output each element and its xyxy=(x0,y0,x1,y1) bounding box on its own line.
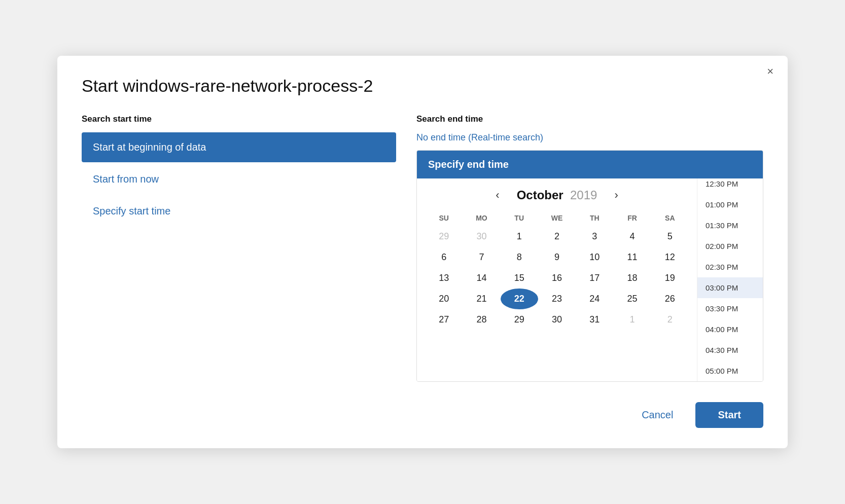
cal-header-tu: TU xyxy=(501,212,538,226)
calendar-day[interactable]: 7 xyxy=(463,247,500,268)
time-item[interactable]: 04:30 PM xyxy=(697,340,763,361)
calendar-day[interactable]: 5 xyxy=(651,226,689,247)
close-button[interactable]: × xyxy=(767,66,773,77)
search-end-label: Search end time xyxy=(416,114,763,124)
cal-header-mo: MO xyxy=(463,212,500,226)
time-list: 12:30 PM01:00 PM01:30 PM02:00 PM02:30 PM… xyxy=(697,178,763,381)
calendar-box: Specify end time ‹ October 2019 › xyxy=(416,150,763,382)
calendar-nav: ‹ October 2019 › xyxy=(425,187,689,204)
next-month-button[interactable]: › xyxy=(609,187,623,204)
calendar-day[interactable]: 3 xyxy=(576,226,613,247)
calendar-day[interactable]: 25 xyxy=(613,289,651,309)
time-item[interactable]: 05:00 PM xyxy=(697,361,763,381)
start-options: Start at beginning of dataStart from now… xyxy=(82,132,396,226)
no-end-time-option[interactable]: No end time (Real-time search) xyxy=(416,132,543,143)
calendar-day[interactable]: 27 xyxy=(425,309,463,330)
calendar-day[interactable]: 30 xyxy=(538,309,576,330)
calendar-week-row: 293012345 xyxy=(425,226,689,247)
calendar-month-year: October 2019 xyxy=(517,188,597,202)
specify-end-time-header: Specify end time xyxy=(417,151,763,178)
calendar-day[interactable]: 31 xyxy=(576,309,613,330)
calendar-day[interactable]: 14 xyxy=(463,268,500,289)
search-start-label: Search start time xyxy=(82,114,396,124)
cal-header-fr: FR xyxy=(613,212,651,226)
calendar-header: SUMOTUWETHFRSA xyxy=(425,212,689,226)
start-option-now[interactable]: Start from now xyxy=(82,164,396,194)
calendar-day[interactable]: 12 xyxy=(651,247,689,268)
cal-header-we: WE xyxy=(538,212,576,226)
time-item[interactable]: 02:00 PM xyxy=(697,236,763,257)
calendar-day[interactable]: 24 xyxy=(576,289,613,309)
calendar-day[interactable]: 23 xyxy=(538,289,576,309)
dialog-title: Start windows-rare-network-process-2 xyxy=(82,76,763,96)
left-panel: Search start time Start at beginning of … xyxy=(82,114,396,228)
calendar-day[interactable]: 8 xyxy=(501,247,538,268)
time-item[interactable]: 12:30 PM xyxy=(697,178,763,194)
calendar-grid: SUMOTUWETHFRSA 2930123456789101112131415… xyxy=(425,212,689,330)
calendar-day[interactable]: 16 xyxy=(538,268,576,289)
prev-month-button[interactable]: ‹ xyxy=(490,187,504,204)
cancel-button[interactable]: Cancel xyxy=(629,403,685,427)
calendar-day[interactable]: 13 xyxy=(425,268,463,289)
time-item[interactable]: 03:30 PM xyxy=(697,298,763,319)
footer-row: Cancel Start xyxy=(82,402,763,428)
dialog: × Start windows-rare-network-process-2 S… xyxy=(57,56,788,448)
cal-header-th: TH xyxy=(576,212,613,226)
calendar-day[interactable]: 18 xyxy=(613,268,651,289)
calendar-day[interactable]: 1 xyxy=(501,226,538,247)
time-item[interactable]: 03:00 PM xyxy=(697,277,763,298)
calendar-day[interactable]: 21 xyxy=(463,289,500,309)
calendar-day[interactable]: 1 xyxy=(613,309,651,330)
calendar-year: 2019 xyxy=(570,188,597,202)
calendar-day[interactable]: 2 xyxy=(651,309,689,330)
start-option-beginning[interactable]: Start at beginning of data xyxy=(82,132,396,162)
calendar-day[interactable]: 2 xyxy=(538,226,576,247)
calendar-day[interactable]: 29 xyxy=(501,309,538,330)
calendar-day[interactable]: 20 xyxy=(425,289,463,309)
calendar-day[interactable]: 6 xyxy=(425,247,463,268)
content-row: Search start time Start at beginning of … xyxy=(82,114,763,382)
calendar-week-row: 20212223242526 xyxy=(425,289,689,309)
time-item[interactable]: 04:00 PM xyxy=(697,319,763,340)
calendar-body: ‹ October 2019 › SUMOTUWETHFRSA xyxy=(417,178,763,381)
calendar-day[interactable]: 28 xyxy=(463,309,500,330)
start-button[interactable]: Start xyxy=(695,402,763,428)
start-option-specify[interactable]: Specify start time xyxy=(82,196,396,226)
time-item[interactable]: 01:30 PM xyxy=(697,215,763,236)
cal-header-su: SU xyxy=(425,212,463,226)
time-item[interactable]: 02:30 PM xyxy=(697,257,763,277)
calendar-day[interactable]: 10 xyxy=(576,247,613,268)
calendar-month: October xyxy=(517,188,564,202)
calendar-day[interactable]: 15 xyxy=(501,268,538,289)
calendar-day[interactable]: 29 xyxy=(425,226,463,247)
calendar-day[interactable]: 19 xyxy=(651,268,689,289)
calendar-day[interactable]: 17 xyxy=(576,268,613,289)
calendar-day[interactable]: 4 xyxy=(613,226,651,247)
calendar-day[interactable]: 9 xyxy=(538,247,576,268)
cal-header-sa: SA xyxy=(651,212,689,226)
calendar-week-row: 6789101112 xyxy=(425,247,689,268)
calendar-days: 2930123456789101112131415161718192021222… xyxy=(425,226,689,330)
calendar-day[interactable]: 22 xyxy=(501,289,538,309)
calendar-day[interactable]: 11 xyxy=(613,247,651,268)
calendar-day[interactable]: 30 xyxy=(463,226,500,247)
calendar-week-row: 272829303112 xyxy=(425,309,689,330)
calendar-week-row: 13141516171819 xyxy=(425,268,689,289)
time-item[interactable]: 01:00 PM xyxy=(697,194,763,215)
calendar-main: ‹ October 2019 › SUMOTUWETHFRSA xyxy=(417,178,697,381)
calendar-day[interactable]: 26 xyxy=(651,289,689,309)
right-panel: Search end time No end time (Real-time s… xyxy=(416,114,763,382)
